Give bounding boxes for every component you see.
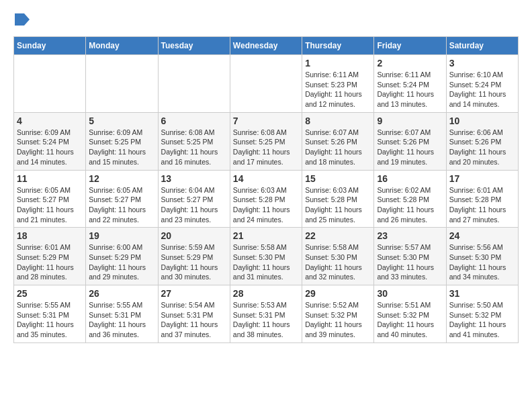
day-number: 31 xyxy=(449,288,515,299)
calendar-cell: 5Sunrise: 6:09 AM Sunset: 5:25 PM Daylig… xyxy=(86,112,158,170)
day-number: 19 xyxy=(89,230,154,241)
day-number: 13 xyxy=(161,173,227,184)
svg-marker-0 xyxy=(15,13,30,26)
day-info: Sunrise: 6:03 AM Sunset: 5:28 PM Dayligh… xyxy=(233,185,299,225)
calendar-cell: 24Sunrise: 5:56 AM Sunset: 5:30 PM Dayli… xyxy=(446,228,518,285)
calendar-cell: 31Sunrise: 5:50 AM Sunset: 5:32 PM Dayli… xyxy=(446,285,518,343)
calendar-cell: 1Sunrise: 6:11 AM Sunset: 5:23 PM Daylig… xyxy=(302,55,374,113)
day-info: Sunrise: 6:10 AM Sunset: 5:24 PM Dayligh… xyxy=(449,70,515,109)
day-info: Sunrise: 5:58 AM Sunset: 5:30 PM Dayligh… xyxy=(305,242,371,282)
day-info: Sunrise: 5:51 AM Sunset: 5:32 PM Dayligh… xyxy=(377,300,443,340)
calendar-cell: 20Sunrise: 5:59 AM Sunset: 5:29 PM Dayli… xyxy=(158,228,230,285)
day-info: Sunrise: 5:50 AM Sunset: 5:32 PM Dayligh… xyxy=(449,300,515,340)
logo xyxy=(13,13,30,26)
day-number: 20 xyxy=(161,230,227,241)
day-number: 18 xyxy=(17,230,83,241)
calendar-cell: 3Sunrise: 6:10 AM Sunset: 5:24 PM Daylig… xyxy=(446,55,518,113)
week-row-2: 4Sunrise: 6:09 AM Sunset: 5:24 PM Daylig… xyxy=(14,112,519,170)
week-row-3: 11Sunrise: 6:05 AM Sunset: 5:27 PM Dayli… xyxy=(14,170,519,228)
week-row-1: 1Sunrise: 6:11 AM Sunset: 5:23 PM Daylig… xyxy=(14,55,519,113)
calendar-cell: 25Sunrise: 5:55 AM Sunset: 5:31 PM Dayli… xyxy=(14,285,86,343)
day-info: Sunrise: 6:06 AM Sunset: 5:26 PM Dayligh… xyxy=(449,128,515,167)
calendar-cell: 14Sunrise: 6:03 AM Sunset: 5:28 PM Dayli… xyxy=(230,170,302,228)
day-info: Sunrise: 5:56 AM Sunset: 5:30 PM Dayligh… xyxy=(449,242,515,282)
calendar-cell: 16Sunrise: 6:02 AM Sunset: 5:28 PM Dayli… xyxy=(374,170,446,228)
calendar-cell: 11Sunrise: 6:05 AM Sunset: 5:27 PM Dayli… xyxy=(14,170,86,228)
day-info: Sunrise: 6:11 AM Sunset: 5:23 PM Dayligh… xyxy=(305,70,371,109)
day-number: 1 xyxy=(305,58,371,68)
calendar-cell: 30Sunrise: 5:51 AM Sunset: 5:32 PM Dayli… xyxy=(374,285,446,343)
day-number: 11 xyxy=(17,173,83,184)
calendar-cell: 27Sunrise: 5:54 AM Sunset: 5:31 PM Dayli… xyxy=(158,285,230,343)
calendar-cell: 29Sunrise: 5:52 AM Sunset: 5:32 PM Dayli… xyxy=(302,285,374,343)
day-number: 24 xyxy=(449,230,515,241)
weekday-header-tuesday: Tuesday xyxy=(158,37,230,55)
logo-arrow-icon xyxy=(15,13,30,28)
day-info: Sunrise: 5:54 AM Sunset: 5:31 PM Dayligh… xyxy=(161,300,227,340)
day-info: Sunrise: 5:55 AM Sunset: 5:31 PM Dayligh… xyxy=(89,300,154,340)
calendar-cell: 4Sunrise: 6:09 AM Sunset: 5:24 PM Daylig… xyxy=(14,112,86,170)
day-info: Sunrise: 5:58 AM Sunset: 5:30 PM Dayligh… xyxy=(233,242,299,282)
day-number: 26 xyxy=(89,288,154,299)
day-number: 15 xyxy=(305,173,371,184)
day-info: Sunrise: 6:03 AM Sunset: 5:28 PM Dayligh… xyxy=(305,185,371,225)
calendar-cell: 21Sunrise: 5:58 AM Sunset: 5:30 PM Dayli… xyxy=(230,228,302,285)
weekday-header-saturday: Saturday xyxy=(446,37,518,55)
day-info: Sunrise: 6:00 AM Sunset: 5:29 PM Dayligh… xyxy=(89,242,154,282)
calendar-cell: 12Sunrise: 6:05 AM Sunset: 5:27 PM Dayli… xyxy=(86,170,158,228)
calendar-cell xyxy=(230,55,302,113)
calendar-cell: 6Sunrise: 6:08 AM Sunset: 5:25 PM Daylig… xyxy=(158,112,230,170)
day-number: 5 xyxy=(89,116,154,126)
day-info: Sunrise: 6:07 AM Sunset: 5:26 PM Dayligh… xyxy=(377,128,443,167)
calendar-cell: 7Sunrise: 6:08 AM Sunset: 5:25 PM Daylig… xyxy=(230,112,302,170)
day-number: 17 xyxy=(449,173,515,184)
header xyxy=(13,13,519,26)
day-number: 27 xyxy=(161,288,227,299)
day-number: 21 xyxy=(233,230,299,241)
calendar-cell xyxy=(86,55,158,113)
day-number: 14 xyxy=(233,173,299,184)
calendar-header: SundayMondayTuesdayWednesdayThursdayFrid… xyxy=(14,37,519,55)
weekday-row: SundayMondayTuesdayWednesdayThursdayFrid… xyxy=(14,37,519,55)
weekday-header-monday: Monday xyxy=(86,37,158,55)
day-info: Sunrise: 6:08 AM Sunset: 5:25 PM Dayligh… xyxy=(161,128,227,167)
day-info: Sunrise: 6:08 AM Sunset: 5:25 PM Dayligh… xyxy=(233,128,299,167)
day-info: Sunrise: 6:11 AM Sunset: 5:24 PM Dayligh… xyxy=(377,70,443,109)
calendar-cell: 8Sunrise: 6:07 AM Sunset: 5:26 PM Daylig… xyxy=(302,112,374,170)
day-number: 12 xyxy=(89,173,154,184)
day-number: 22 xyxy=(305,230,371,241)
calendar-cell: 9Sunrise: 6:07 AM Sunset: 5:26 PM Daylig… xyxy=(374,112,446,170)
calendar-cell: 23Sunrise: 5:57 AM Sunset: 5:30 PM Dayli… xyxy=(374,228,446,285)
day-info: Sunrise: 5:59 AM Sunset: 5:29 PM Dayligh… xyxy=(161,242,227,282)
day-info: Sunrise: 6:05 AM Sunset: 5:27 PM Dayligh… xyxy=(89,185,154,225)
calendar-cell: 13Sunrise: 6:04 AM Sunset: 5:27 PM Dayli… xyxy=(158,170,230,228)
weekday-header-friday: Friday xyxy=(374,37,446,55)
calendar-cell: 22Sunrise: 5:58 AM Sunset: 5:30 PM Dayli… xyxy=(302,228,374,285)
day-number: 9 xyxy=(377,116,443,126)
day-number: 10 xyxy=(449,116,515,126)
calendar-cell: 17Sunrise: 6:01 AM Sunset: 5:28 PM Dayli… xyxy=(446,170,518,228)
calendar-body: 1Sunrise: 6:11 AM Sunset: 5:23 PM Daylig… xyxy=(14,55,519,343)
day-number: 6 xyxy=(161,116,227,126)
calendar-cell: 19Sunrise: 6:00 AM Sunset: 5:29 PM Dayli… xyxy=(86,228,158,285)
day-info: Sunrise: 6:02 AM Sunset: 5:28 PM Dayligh… xyxy=(377,185,443,225)
day-info: Sunrise: 5:55 AM Sunset: 5:31 PM Dayligh… xyxy=(17,300,83,340)
calendar-cell: 18Sunrise: 6:01 AM Sunset: 5:29 PM Dayli… xyxy=(14,228,86,285)
day-info: Sunrise: 6:01 AM Sunset: 5:28 PM Dayligh… xyxy=(449,185,515,225)
calendar-cell: 28Sunrise: 5:53 AM Sunset: 5:31 PM Dayli… xyxy=(230,285,302,343)
calendar-cell xyxy=(158,55,230,113)
day-number: 7 xyxy=(233,116,299,126)
day-info: Sunrise: 6:09 AM Sunset: 5:24 PM Dayligh… xyxy=(17,128,83,167)
weekday-header-wednesday: Wednesday xyxy=(230,37,302,55)
day-info: Sunrise: 6:04 AM Sunset: 5:27 PM Dayligh… xyxy=(161,185,227,225)
calendar-table: SundayMondayTuesdayWednesdayThursdayFrid… xyxy=(13,36,519,343)
day-info: Sunrise: 6:09 AM Sunset: 5:25 PM Dayligh… xyxy=(89,128,154,167)
day-number: 16 xyxy=(377,173,443,184)
week-row-4: 18Sunrise: 6:01 AM Sunset: 5:29 PM Dayli… xyxy=(14,228,519,285)
day-number: 29 xyxy=(305,288,371,299)
weekday-header-sunday: Sunday xyxy=(14,37,86,55)
week-row-5: 25Sunrise: 5:55 AM Sunset: 5:31 PM Dayli… xyxy=(14,285,519,343)
day-info: Sunrise: 6:01 AM Sunset: 5:29 PM Dayligh… xyxy=(17,242,83,282)
calendar-cell: 26Sunrise: 5:55 AM Sunset: 5:31 PM Dayli… xyxy=(86,285,158,343)
day-info: Sunrise: 5:57 AM Sunset: 5:30 PM Dayligh… xyxy=(377,242,443,282)
